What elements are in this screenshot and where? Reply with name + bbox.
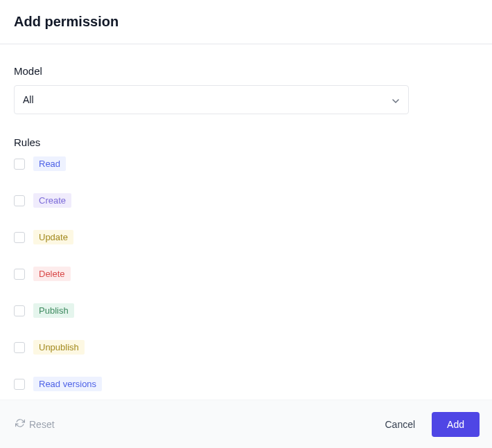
rule-row-update: Update <box>14 230 478 244</box>
cancel-button[interactable]: Cancel <box>380 412 419 437</box>
rule-tag-delete: Delete <box>33 267 71 281</box>
footer-actions: Cancel Add <box>380 412 480 437</box>
checkbox-update[interactable] <box>14 232 25 243</box>
checkbox-read[interactable] <box>14 159 25 170</box>
reset-label: Reset <box>29 419 55 430</box>
dialog-header: Add permission <box>0 0 492 44</box>
checkbox-read_versions[interactable] <box>14 379 25 390</box>
refresh-icon <box>15 418 25 430</box>
model-label: Model <box>14 65 478 77</box>
dialog-title: Add permission <box>14 14 478 30</box>
rule-tag-read: Read <box>33 156 66 171</box>
add-button[interactable]: Add <box>432 412 480 437</box>
rule-tag-publish: Publish <box>33 303 74 318</box>
checkbox-unpublish[interactable] <box>14 342 25 353</box>
reset-button[interactable]: Reset <box>12 414 58 434</box>
rule-row-read_versions: Read versions <box>14 377 478 391</box>
rule-tag-unpublish: Unpublish <box>33 340 85 355</box>
model-select-wrap: All <box>14 85 409 114</box>
dialog-footer: Reset Cancel Add <box>0 400 492 448</box>
rule-row-unpublish: Unpublish <box>14 340 478 355</box>
rule-row-publish: Publish <box>14 303 478 318</box>
checkbox-publish[interactable] <box>14 305 25 316</box>
rules-list: ReadCreateUpdateDeletePublishUnpublishRe… <box>14 156 478 391</box>
checkbox-create[interactable] <box>14 195 25 206</box>
rule-row-delete: Delete <box>14 267 478 281</box>
rule-row-create: Create <box>14 193 478 208</box>
rules-label: Rules <box>14 136 478 148</box>
rule-tag-update: Update <box>33 230 73 244</box>
model-select[interactable]: All <box>14 85 409 114</box>
rule-tag-create: Create <box>33 193 71 208</box>
checkbox-delete[interactable] <box>14 269 25 280</box>
rule-row-read: Read <box>14 156 478 171</box>
dialog-body: Model All Rules ReadCreateUpdateDeletePu… <box>0 44 492 405</box>
rule-tag-read_versions: Read versions <box>33 377 102 391</box>
